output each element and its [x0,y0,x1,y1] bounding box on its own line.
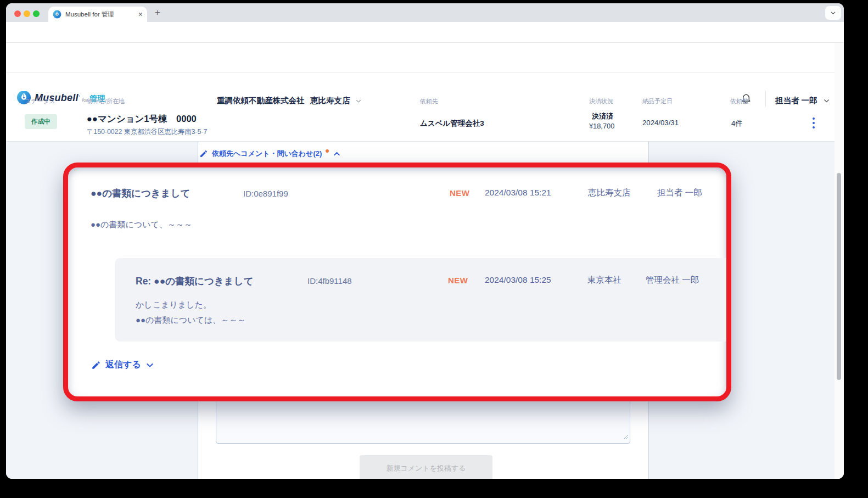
property-address: 〒150-0022 東京都渋谷区恵比寿南3-5-7 [87,127,207,137]
col-status: ステータス [25,97,55,105]
tab-title: Musubell for 管理 [65,10,135,19]
comment-datetime: 2024/03/08 15:21 [485,188,551,198]
traffic-light-zoom[interactable] [33,10,40,17]
comments-toggle-label: 依頼先へコメント・問い合わせ(2) [212,149,322,159]
settlement-status: 決済済 [592,111,613,121]
comment-body: ●●の書類について、～～～ [91,220,192,230]
scrollbar-track [835,43,844,479]
request-count: 4件 [731,119,743,128]
traffic-light-close[interactable] [14,10,21,17]
new-tab-button[interactable]: + [152,7,163,18]
back-bar: 戻る [6,73,844,91]
annotation-highlight-box: ●●の書類につきまして ID:0e891f99 NEW 2024/03/08 1… [63,163,731,401]
resize-handle-icon[interactable] [623,432,629,442]
scrollbar-thumb[interactable] [837,173,841,380]
reply-body-line: かしこまりました。 [136,300,211,310]
settlement-amount: ¥18,700 [589,122,614,130]
comment-branch: 恵比寿支店 [588,187,631,199]
browser-window: Musubell for 管理 × + [6,3,844,479]
status-badge: 作成中 [25,114,57,129]
property-name: ●●マンション1号棟 0000 [87,113,197,125]
unread-dot [326,149,329,153]
reply-datetime: 2024/03/08 15:25 [485,275,551,285]
user-menu[interactable]: 担当者 一郎 [775,96,830,106]
pencil-icon [91,360,101,370]
branch-selector[interactable]: 恵比寿支店 [310,96,362,106]
page-body: 依頼先へコメント・問い合わせ(2) 新規コメントを投稿する ●●の書類につきまし… [6,142,844,479]
col-delivery-date: 納品予定日 [642,97,673,105]
tab-overflow-button[interactable] [825,6,841,20]
comments-toggle[interactable]: 依頼先へコメント・問い合わせ(2) [199,149,341,159]
comment-title: ●●の書類につきまして [91,187,191,200]
col-vendor: 依頼先 [420,97,438,105]
traffic-light-minimize[interactable] [24,10,30,17]
new-badge: NEW [448,276,468,285]
tab-close-icon[interactable]: × [138,10,143,19]
chevron-down-icon [355,98,362,104]
user-name: 担当者 一郎 [775,96,817,106]
branch-name: 恵比寿支店 [310,96,350,106]
chevron-down-icon [830,10,836,16]
brand-trademark: ’ [79,94,80,100]
chevron-down-icon [823,97,830,104]
col-settlement: 決済状況 [589,97,613,105]
col-request-count: 依頼数 [730,97,748,105]
app-header: Musubell ’ for 管理 重調依頼不動産株式会社 恵比寿支店 担当者 … [6,43,844,73]
comment-author: 担当者 一郎 [657,187,702,199]
new-badge: NEW [450,188,470,198]
comment-id: ID:0e891f99 [243,189,288,198]
reply-button[interactable]: 返信する [91,359,154,371]
col-property: 物件名/所在地 [87,97,125,105]
reply-author: 管理会社 一郎 [646,275,699,286]
vendor-name: ムスベル管理会社3 [420,119,484,128]
row-menu-kebab-icon[interactable] [809,115,819,132]
browser-toolbar [6,22,844,43]
browser-tab[interactable]: Musubell for 管理 × [48,7,147,22]
reply-label: 返信する [105,359,141,371]
tab-strip: Musubell for 管理 × + [6,3,844,22]
header-divider [765,89,766,107]
reply-body-line: ●●の書類については、～～～ [136,315,245,326]
company-name: 重調依頼不動産株式会社 [217,96,305,106]
reply-comment-card: Re: ●●の書類につきまして ID:4fb91148 NEW 2024/03/… [115,258,726,342]
musubell-favicon-icon [53,10,61,19]
reply-id: ID:4fb91148 [307,276,352,286]
submit-comment-button[interactable]: 新規コメントを投稿する [360,455,492,479]
chevron-up-icon [333,150,341,158]
reply-title: Re: ●●の書類につきまして [136,275,254,288]
reply-branch: 東京本社 [587,275,621,286]
delivery-date: 2024/03/31 [642,119,679,127]
chevron-down-icon [145,361,154,370]
pencil-icon [199,149,208,158]
